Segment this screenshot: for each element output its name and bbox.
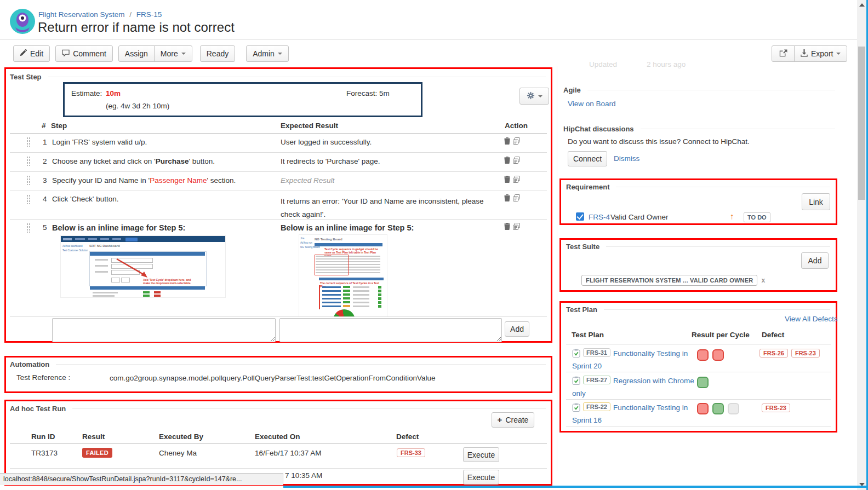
defect-badge[interactable]: FRS-33: [397, 448, 425, 457]
copy-icon[interactable]: [513, 137, 520, 146]
drag-handle-icon[interactable]: [26, 223, 31, 233]
plan-key-badge[interactable]: FRS-31: [583, 348, 610, 357]
edit-label: Edit: [30, 49, 43, 58]
step-text: Click 'Check' button.: [52, 195, 271, 203]
defect-badge[interactable]: FRS-23: [762, 403, 790, 412]
execute-button[interactable]: Execute: [463, 470, 499, 485]
estimate-hint: (eg. 4w 3d 2h 10m): [106, 102, 169, 110]
adhoc-heading: Ad hoc Test Run: [10, 405, 546, 413]
col-result-per-cycle: Result per Cycle: [692, 331, 750, 339]
breadcrumb-project-link[interactable]: Flight Reservation System: [38, 10, 125, 19]
result-cycle-square-gray[interactable]: [728, 403, 739, 414]
expected-text: Below is an inline image for Step 5:: [281, 223, 495, 232]
expected-text: User logged in successfully.: [281, 138, 495, 146]
breadcrumb-issue-link[interactable]: FRS-15: [136, 10, 162, 19]
share-button[interactable]: [772, 45, 795, 62]
drag-handle-icon[interactable]: [26, 156, 31, 166]
scrollbar-thumb[interactable]: [858, 47, 865, 200]
assign-button[interactable]: Assign: [118, 45, 155, 62]
requirement-key-link[interactable]: FRS-4: [589, 213, 610, 221]
step-text: Choose any ticket and click on 'Purchase…: [52, 157, 271, 165]
edit-button[interactable]: Edit: [13, 45, 50, 62]
forecast-label: Forecast:: [346, 89, 377, 97]
step-number: 4: [43, 195, 47, 203]
view-on-board-link[interactable]: View on Board: [568, 100, 616, 108]
run-id: TR3173: [31, 449, 58, 457]
trash-icon[interactable]: [504, 176, 510, 185]
copy-icon[interactable]: [513, 157, 520, 165]
trash-icon[interactable]: [504, 137, 510, 146]
comment-button[interactable]: Comment: [55, 45, 113, 62]
executed-on: 16/Feb/17 10:37 AM: [255, 449, 322, 457]
copy-icon[interactable]: [513, 176, 520, 185]
clipboard-check-icon: [572, 405, 580, 413]
create-run-button[interactable]: + Create: [492, 412, 534, 428]
copy-icon[interactable]: [513, 223, 520, 232]
test-plan-row: FRS-31Functionality Testing in Sprint 20: [572, 347, 696, 372]
link-label: Link: [809, 198, 823, 206]
hipchat-connect-button[interactable]: Connect: [568, 151, 607, 166]
status-bar-url-tooltip: localhost:8848/secure/ShowTestRunDetail.…: [0, 473, 283, 485]
inline-image-srt-dashboard: Ad hoc dashboard Test Customer Solution …: [60, 235, 226, 298]
plan-key-badge[interactable]: FRS-22: [583, 402, 610, 411]
result-cycle-squares: [697, 349, 728, 362]
header-divider: [0, 39, 857, 40]
share-icon: [779, 49, 787, 59]
updated-value: 2 hours ago: [647, 60, 686, 68]
breadcrumb: Flight Reservation System / FRS-15: [38, 10, 162, 19]
result-status-badge: FAILED: [82, 448, 112, 458]
trash-icon[interactable]: [504, 157, 510, 165]
execute-label: Execute: [467, 473, 495, 482]
defect-badges: FRS-26FRS-23: [760, 349, 820, 358]
copy-icon[interactable]: [513, 194, 520, 203]
forecast-value: 5m: [379, 89, 390, 97]
admin-button[interactable]: Admin: [246, 45, 289, 62]
link-requirement-button[interactable]: Link: [802, 193, 830, 210]
trash-icon[interactable]: [504, 194, 510, 203]
defect-badge[interactable]: FRS-23: [791, 349, 820, 358]
result-cycle-square-green[interactable]: [712, 403, 724, 414]
drag-handle-icon[interactable]: [26, 137, 31, 147]
blue-checkbox-icon[interactable]: [576, 212, 584, 221]
assign-label: Assign: [125, 49, 148, 58]
hipchat-dismiss-link[interactable]: Dismiss: [614, 154, 639, 163]
result-cycle-squares: [697, 377, 712, 390]
result-cycle-square-red[interactable]: [697, 403, 709, 414]
ready-button[interactable]: Ready: [200, 45, 235, 62]
new-step-input[interactable]: [52, 318, 276, 342]
plan-key-badge[interactable]: FRS-27: [583, 376, 610, 384]
result-cycle-square-red[interactable]: [712, 349, 724, 361]
requirement-title: Valid Card Owner: [610, 213, 669, 221]
drag-handle-icon[interactable]: [26, 175, 31, 185]
admin-label: Admin: [253, 49, 275, 58]
gear-icon: [527, 91, 535, 101]
pie-chart-thumbnail: [333, 309, 355, 317]
col-executed-by: Executed By: [159, 433, 203, 441]
x-icon[interactable]: x: [761, 276, 765, 284]
window-edge-bottom: [283, 486, 866, 488]
scrollbar-up-arrow-icon[interactable]: [859, 3, 865, 7]
view-all-defects-link[interactable]: View All Defects: [785, 315, 838, 323]
estimate-label: Estimate:: [71, 89, 102, 97]
chevron-down-icon: [278, 53, 282, 55]
execute-button[interactable]: Execute: [463, 447, 499, 462]
test-suite-heading: Test Suite: [566, 243, 830, 251]
chevron-down-icon: [538, 95, 542, 97]
step-settings-button[interactable]: [519, 88, 549, 105]
result-cycle-square-green[interactable]: [697, 377, 709, 388]
result-cycle-square-red[interactable]: [697, 349, 709, 361]
defect-badge[interactable]: FRS-26: [760, 349, 788, 358]
export-button[interactable]: Export: [794, 45, 847, 62]
add-suite-button[interactable]: Add: [801, 252, 829, 269]
inline-image-ng-testing-board: Jira Ad hoc run NG Testing Board NG Test…: [299, 234, 387, 317]
drag-handle-icon[interactable]: [26, 194, 31, 204]
add-step-button[interactable]: Add: [505, 321, 529, 337]
test-plan-row: FRS-22Functionality Testing in Sprint 16: [572, 401, 696, 426]
more-button[interactable]: More: [154, 45, 192, 62]
jira-issue-page: Flight Reservation System / FRS-15 Retur…: [0, 0, 868, 490]
ready-label: Ready: [207, 49, 229, 58]
trash-icon[interactable]: [504, 223, 510, 232]
new-expected-input[interactable]: [279, 318, 502, 342]
content-sidebar-divider: [557, 66, 557, 471]
automation-heading: Automation: [10, 360, 546, 368]
